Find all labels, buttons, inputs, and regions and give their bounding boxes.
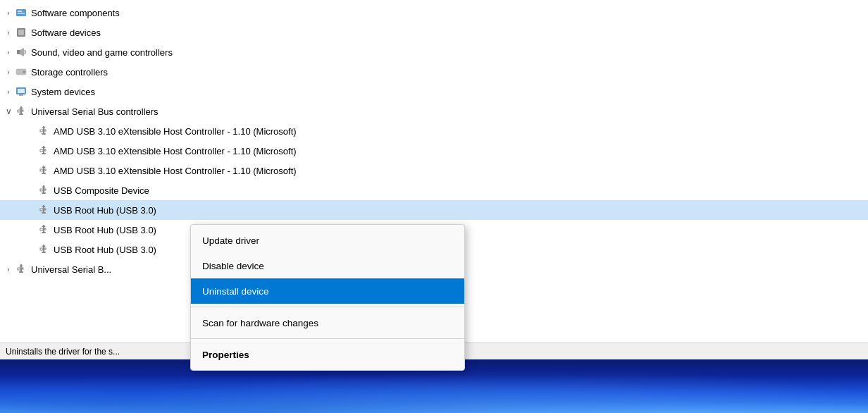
tree-item-label: Universal Serial B... [31, 264, 111, 275]
tree-item-label: AMD USB 3.10 eXtensible Host Controller … [54, 126, 297, 137]
tree-item-amd-usb-1[interactable]: AMD USB 3.10 eXtensible Host Controller … [0, 121, 868, 141]
svg-marker-6 [20, 48, 24, 56]
tree-item-amd-usb-3[interactable]: AMD USB 3.10 eXtensible Host Controller … [0, 161, 868, 180]
chevron-icon: › [3, 68, 14, 76]
svg-rect-26 [42, 153, 46, 154]
tree-item-label: USB Root Hub (USB 3.0) [54, 225, 156, 235]
usb-icon [37, 244, 51, 255]
tree-item-amd-usb-2[interactable]: AMD USB 3.10 eXtensible Host Controller … [0, 141, 868, 161]
context-menu-label: Update driver [202, 235, 259, 246]
tree-item-label: USB Root Hub (USB 3.0) [54, 245, 156, 255]
context-menu-item-scan-hardware[interactable]: Scan for hardware changes [191, 310, 464, 335]
tree-item-storage-controllers[interactable]: ›Storage controllers [0, 62, 868, 82]
tree-item-label: USB Composite Device [54, 185, 149, 196]
svg-marker-43 [42, 225, 46, 227]
svg-rect-2 [18, 13, 25, 14]
svg-rect-39 [40, 209, 43, 211]
storage-icon [14, 66, 28, 78]
software-dev-icon [14, 27, 28, 38]
context-menu-item-disable-device[interactable]: Disable device [191, 253, 464, 278]
svg-rect-34 [40, 189, 43, 191]
tree-item-usb-composite[interactable]: USB Composite Device [0, 180, 868, 200]
context-menu-item-properties[interactable]: Properties [191, 342, 464, 367]
context-menu-label: Disable device [202, 261, 264, 271]
svg-marker-23 [42, 146, 46, 148]
tree-item-software-components[interactable]: ›Software components [0, 3, 868, 23]
svg-marker-38 [42, 205, 46, 207]
chevron-icon: › [3, 266, 14, 273]
tree-item-label: AMD USB 3.10 eXtensible Host Controller … [54, 146, 297, 156]
chevron-icon: › [3, 88, 14, 96]
svg-rect-35 [44, 189, 46, 190]
svg-marker-13 [19, 106, 23, 109]
tree-item-label: Software devices [31, 27, 101, 38]
chevron-icon: › [3, 49, 14, 56]
context-menu-separator [191, 338, 464, 339]
svg-rect-46 [42, 232, 46, 233]
tree-item-software-devices[interactable]: ›Software devices [0, 23, 868, 42]
svg-rect-20 [44, 130, 46, 131]
usb-icon [37, 224, 51, 235]
tree-item-label: System devices [31, 87, 95, 97]
usb-icon [14, 264, 28, 275]
device-manager: ›Software components›Software devices›So… [0, 0, 868, 413]
svg-rect-54 [18, 268, 20, 270]
svg-rect-1 [18, 11, 22, 12]
svg-rect-31 [42, 173, 46, 174]
context-menu-item-uninstall-device[interactable]: Uninstall device [191, 278, 464, 304]
svg-marker-48 [42, 245, 46, 247]
usb-icon [37, 204, 51, 216]
svg-marker-28 [42, 166, 46, 168]
tree-item-sound-video[interactable]: ›Sound, video and game controllers [0, 42, 868, 62]
software-comp-icon [14, 7, 28, 18]
svg-rect-11 [18, 89, 25, 93]
usb-icon [37, 125, 51, 137]
tree-item-usb-controllers[interactable]: ∨ Universal Serial Bus controllers [0, 101, 868, 121]
svg-rect-15 [22, 110, 23, 111]
svg-rect-4 [18, 30, 24, 35]
svg-rect-19 [40, 130, 43, 132]
context-menu-separator [191, 307, 464, 307]
tree-item-label: Software components [31, 8, 120, 18]
svg-rect-51 [42, 252, 46, 253]
tree-item-label: Storage controllers [31, 67, 108, 78]
svg-marker-33 [42, 185, 46, 187]
usb-icon [37, 185, 51, 196]
system-icon [14, 86, 28, 97]
svg-rect-44 [40, 228, 43, 230]
context-menu-item-update-driver[interactable]: Update driver [191, 228, 464, 253]
svg-rect-5 [17, 50, 20, 54]
tree-item-label: USB Root Hub (USB 3.0) [54, 205, 156, 216]
svg-rect-41 [42, 212, 46, 214]
usb-icon [14, 106, 28, 117]
usb-icon [37, 165, 51, 176]
svg-rect-30 [44, 169, 46, 171]
svg-point-8 [23, 71, 25, 73]
svg-rect-36 [42, 192, 46, 194]
svg-rect-45 [44, 228, 46, 230]
chevron-icon: › [3, 9, 14, 17]
svg-rect-25 [44, 149, 46, 151]
usb-icon [37, 145, 51, 156]
svg-rect-50 [44, 248, 46, 249]
context-menu: Update driverDisable deviceUninstall dev… [190, 224, 465, 371]
svg-rect-55 [22, 268, 23, 269]
tree-item-label: AMD USB 3.10 eXtensible Host Controller … [54, 166, 297, 176]
tree-item-system-devices[interactable]: ›System devices [0, 82, 868, 101]
sound-icon [14, 47, 28, 58]
tree-item-label: Universal Serial Bus controllers [31, 106, 159, 117]
svg-rect-10 [19, 94, 23, 96]
svg-marker-18 [42, 126, 46, 128]
context-menu-label: Scan for hardware changes [202, 318, 318, 328]
tree-item-usb-root-hub-1[interactable]: USB Root Hub (USB 3.0) [0, 200, 868, 220]
chevron-icon: ∨ [3, 106, 14, 116]
status-text: Uninstalls the driver for the s... [6, 347, 120, 357]
context-menu-label: Properties [202, 350, 249, 360]
svg-rect-14 [18, 110, 20, 112]
tree-item-label: Sound, video and game controllers [31, 47, 173, 58]
svg-rect-56 [19, 271, 23, 273]
svg-rect-24 [40, 149, 43, 152]
svg-rect-16 [19, 113, 23, 115]
svg-rect-49 [40, 248, 43, 250]
context-menu-label: Uninstall device [202, 286, 269, 297]
